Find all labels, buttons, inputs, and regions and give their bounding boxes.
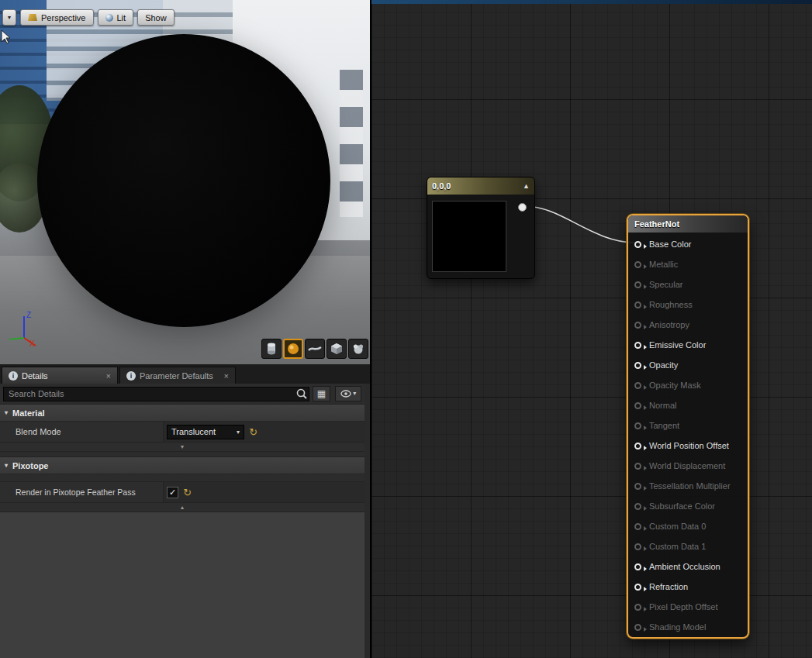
background-photo-windows [340,70,363,217]
material-node-header[interactable]: FeatherNot [628,215,748,233]
axis-z-label: Z [26,311,31,319]
chevron-down-icon: ▾ [181,443,184,450]
pin-circle-icon[interactable] [634,463,641,470]
info-icon: i [126,371,136,381]
reset-to-default-icon[interactable]: ↺ [249,427,257,437]
feather-pass-checkbox[interactable]: ✓ [167,487,178,498]
material-input-pin[interactable]: Anisotropy [628,315,748,335]
pin-circle-icon[interactable] [634,402,641,409]
material-input-pin[interactable]: Shading Model [628,617,748,637]
pin-circle-icon[interactable] [634,503,641,510]
pin-circle-icon[interactable] [634,443,641,450]
chevron-down-icon: ▾ [8,15,11,21]
pin-circle-icon[interactable] [634,322,641,329]
close-icon[interactable]: × [106,371,111,381]
preview-shape-cylinder-button[interactable] [261,339,282,359]
pin-circle-icon[interactable] [634,362,641,369]
constant-color-node[interactable]: 0,0,0 ▲ [427,177,535,279]
details-scrollbar[interactable] [365,384,370,658]
section-header-pixotope[interactable]: ▾ Pixotope [0,457,365,474]
pixotope-section-expander[interactable]: ▴ [0,503,365,512]
material-input-pin[interactable]: Base Color [628,234,748,254]
custom-mesh-icon [352,343,365,355]
pin-circle-icon[interactable] [634,342,641,349]
preview-viewport[interactable]: ▾ Perspective Lit Show [0,0,370,364]
preview-shape-sphere-button[interactable] [283,339,303,359]
material-input-pin[interactable]: Opacity Mask [628,375,748,395]
details-search-row: ▦ ▾ [0,384,365,405]
property-matrix-button[interactable]: ▦ [313,386,331,401]
graph-top-strip [371,0,812,4]
material-section-expander[interactable]: ▾ [0,443,365,452]
pin-circle-icon[interactable] [634,563,641,570]
material-editor-window: ▾ Perspective Lit Show [0,0,812,658]
constant-node-header[interactable]: 0,0,0 ▲ [427,177,534,195]
material-input-pin[interactable]: Normal [628,395,748,415]
pin-circle-icon[interactable] [634,422,641,429]
preview-shape-plane-button[interactable] [305,339,325,359]
viewport-options-dropdown-button[interactable]: ▾ [2,9,16,26]
details-tab-bar: i Details × i Parameter Defaults × [0,364,370,384]
pin-circle-icon[interactable] [634,584,641,591]
material-input-pin[interactable]: Tangent [628,415,748,436]
preview-shape-cube-button[interactable] [327,339,347,359]
pin-circle-icon[interactable] [634,382,641,389]
chevron-down-icon: ▾ [5,409,8,416]
pin-circle-icon[interactable] [634,301,641,308]
color-swatch[interactable] [432,201,506,272]
pin-circle-icon[interactable] [634,281,641,288]
collapse-icon[interactable]: ▲ [523,182,530,190]
pin-circle-icon[interactable] [634,241,641,248]
material-input-pin[interactable]: Ambient Occlusion [628,556,748,577]
cube-icon [330,343,343,355]
feather-pass-label: Render in Pixotope Feather Pass [0,482,163,502]
feather-pass-row: Render in Pixotope Feather Pass ✓ ↺ [0,482,365,503]
constant-node-title: 0,0,0 [432,181,523,191]
chevron-up-icon: ▴ [181,504,184,511]
eye-icon [340,390,351,398]
show-flags-button[interactable]: Show [137,9,174,26]
material-input-pin[interactable]: Pixel Depth Offset [628,597,748,617]
lit-mode-button[interactable]: Lit [98,9,134,26]
perspective-icon [28,14,37,21]
lit-sphere-icon [105,14,113,22]
output-pin[interactable] [518,203,527,212]
material-input-pin[interactable]: World Position Offset [628,436,748,456]
material-input-pin[interactable]: Metallic [628,254,748,274]
material-input-pin[interactable]: Emissive Color [628,335,748,355]
viewport-axis-gizmo: Z X [5,307,42,347]
pin-circle-icon[interactable] [634,261,641,268]
material-input-pin[interactable]: Subsurface Color [628,496,748,516]
plane-wave-icon [308,344,322,353]
material-node-title: FeatherNot [634,219,741,229]
tab-parameter-defaults[interactable]: i Parameter Defaults × [119,367,236,384]
material-input-pin[interactable]: Custom Data 0 [628,516,748,536]
material-input-pin[interactable]: Refraction [628,577,748,597]
tab-details[interactable]: i Details × [2,367,118,384]
pin-circle-icon[interactable] [634,523,641,530]
view-options-button[interactable]: ▾ [335,386,361,401]
material-input-pin[interactable]: Custom Data 1 [628,536,748,556]
material-input-pin[interactable]: Tessellation Multiplier [628,476,748,496]
preview-shape-custom-mesh-button[interactable] [348,339,368,359]
pin-circle-icon[interactable] [634,483,641,490]
reset-to-default-icon[interactable]: ↺ [183,487,192,498]
cylinder-icon [266,343,277,355]
blend-mode-dropdown[interactable]: Translucent ▾ [167,425,244,439]
close-icon[interactable]: × [224,371,229,381]
material-input-pin[interactable]: Specular [628,274,748,295]
perspective-button[interactable]: Perspective [20,9,93,26]
pin-circle-icon[interactable] [634,604,641,611]
pin-circle-icon[interactable] [634,543,641,550]
material-input-pin[interactable]: Roughness [628,295,748,315]
material-result-node[interactable]: FeatherNot Base Color Metallic Specular … [627,214,749,639]
material-graph-canvas[interactable]: 0,0,0 ▲ FeatherNot Base Color Metallic S… [370,0,812,658]
blend-mode-row: Blend Mode Translucent ▾ ↺ [0,422,365,443]
material-input-pin[interactable]: World Displacement [628,456,748,476]
sphere-icon [287,343,299,355]
section-header-material[interactable]: ▾ Material [0,405,365,422]
search-input[interactable] [3,387,309,401]
material-input-pin[interactable]: Opacity [628,355,748,375]
material-preview-sphere [37,34,330,327]
pin-circle-icon[interactable] [634,624,641,631]
